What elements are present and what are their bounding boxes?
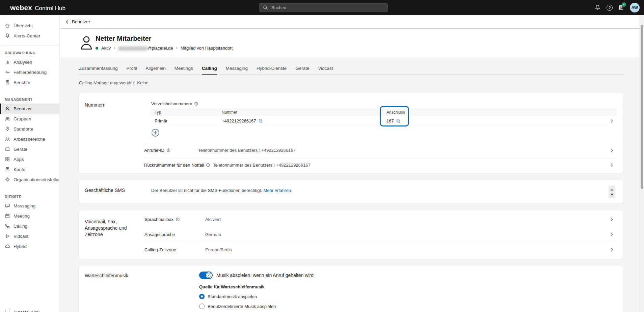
sidebar-item-benutzer[interactable]: Benutzer	[0, 104, 59, 114]
sidebar-item-alerts-center[interactable]: Alerts-Center	[0, 31, 59, 41]
sidebar-item-label: Alerts-Center	[14, 33, 41, 38]
sidebar-item-label: Benutzer	[14, 106, 32, 111]
sidebar-item-label: Calling	[14, 224, 27, 229]
announcement-language-row[interactable]: Ansagesprache German	[144, 227, 616, 242]
sidebar-item-apps[interactable]: Apps	[0, 154, 59, 164]
meta-separator: •	[176, 46, 177, 51]
sidebar-item-geraete[interactable]: Geräte	[0, 144, 59, 154]
chevron-right-icon	[609, 163, 616, 168]
sidebar-item-konto[interactable]: Konto	[0, 164, 59, 174]
sidebar-item-berichte[interactable]: Berichte	[0, 77, 59, 87]
sidebar-item-meeting[interactable]: Meeting	[0, 211, 59, 221]
custom-music-option[interactable]: Benutzerdefinierte Musik abspielen	[199, 304, 314, 309]
toggle-check-icon	[207, 273, 211, 278]
sidebar-item-vidcast[interactable]: Vidcast	[0, 231, 59, 241]
sidebar-divider	[0, 92, 59, 92]
tab-profil[interactable]: Profil	[127, 66, 137, 74]
emergency-callback-value: Telefonnummer des Benutzers : +492212926…	[213, 163, 311, 168]
sidebar-item-label: Standorte	[14, 126, 33, 132]
phone-device-icon	[5, 309, 10, 312]
sidebar-item-analysen[interactable]: Analysen	[0, 57, 59, 67]
sidebar-item-calling[interactable]: Calling	[0, 221, 59, 231]
tab-zusammenfassung[interactable]: Zusammenfassung	[79, 66, 118, 74]
tab-allgemein[interactable]: Allgemein	[146, 66, 166, 74]
spinner-up-arrow-icon[interactable]	[610, 189, 614, 191]
default-music-option[interactable]: Standardmusik abspielen	[199, 294, 314, 299]
info-icon[interactable]	[194, 102, 198, 106]
radio-unselected-icon[interactable]	[199, 304, 205, 309]
global-search	[259, 3, 388, 12]
workspace-people-icon	[5, 136, 10, 142]
search-icon	[263, 5, 268, 10]
sidebar-item-gruppen[interactable]: Gruppen	[0, 114, 59, 124]
tab-geraete[interactable]: Geräte	[295, 66, 309, 74]
sms-message-text: Der Benutzer ist nicht für die SMS-Funkt…	[151, 188, 262, 193]
spinner-down-arrow-icon[interactable]	[610, 194, 614, 196]
sidebar-item-hybrid[interactable]: Hybrid	[0, 241, 59, 251]
numbers-card: Nummern Verzeichnisnummern Typ Nummer An…	[79, 93, 623, 173]
email-domain: @placetel.de	[147, 46, 173, 51]
sidebar-item-uebersicht[interactable]: Übersicht	[0, 21, 59, 31]
sidebar-item-label: Übersicht	[14, 23, 33, 28]
table-row-primary-number[interactable]: Primär +4922129266167 167	[151, 116, 616, 126]
location-pin-icon	[5, 126, 10, 132]
calling-template-value: Keine	[137, 80, 148, 85]
sidebar-item-organisationseinstellungen[interactable]: Organisationseinstellun...	[0, 174, 59, 185]
emergency-callback-row[interactable]: Rückrufnummer für den Notfall Telefonnum…	[144, 157, 616, 173]
sidebar-item-label: Apps	[14, 157, 24, 162]
tab-calling[interactable]: Calling	[202, 66, 217, 75]
music-on-hold-card: Warteschleifenmusik Musik abspielen, wen…	[79, 266, 623, 312]
calendar-icon	[5, 213, 10, 219]
report-document-icon	[5, 80, 10, 85]
tab-meetings[interactable]: Meetings	[175, 66, 193, 74]
scrollbar-thumb[interactable]	[641, 25, 643, 189]
search-input[interactable]	[259, 3, 388, 12]
moh-card-title: Warteschleifenmusik	[85, 273, 128, 278]
copy-icon[interactable]	[396, 119, 401, 123]
gear-icon	[5, 177, 10, 182]
apps-grid-icon	[5, 157, 10, 162]
calling-timezone-value: Europe/Berlin	[205, 247, 232, 252]
breadcrumb-back[interactable]: Benutzer	[65, 19, 90, 24]
voicemail-row[interactable]: Sprachmailbox Aktiviert	[144, 212, 616, 227]
chevron-right-icon	[609, 118, 616, 123]
info-icon[interactable]	[206, 163, 210, 167]
calling-timezone-label: Calling-Zeitzone	[144, 247, 176, 252]
calling-template-line: Calling-Vorlage angewendet: Keine	[79, 80, 623, 85]
product-name: Control Hub	[35, 5, 65, 12]
bar-chart-icon	[5, 59, 10, 65]
info-icon[interactable]	[176, 217, 180, 222]
copy-icon[interactable]	[258, 119, 263, 123]
add-number-button[interactable]	[151, 129, 160, 137]
tab-hybrid-dienste[interactable]: Hybrid-Dienste	[257, 66, 287, 74]
cloud-icon	[5, 244, 10, 249]
sidebar-item-label: Organisationseinstellun...	[14, 177, 59, 182]
sidebar-item-messaging[interactable]: Messaging	[0, 201, 59, 211]
user-avatar[interactable]: AW	[630, 3, 640, 12]
voicemail-card: Voicemail, Fax, Ansagesprache und Zeitzo…	[79, 210, 623, 259]
info-icon[interactable]	[166, 148, 171, 152]
sidebar-section-ueberwachung: ÜBERWACHUNG	[0, 48, 59, 57]
status-dot	[96, 47, 98, 50]
music-on-hold-toggle[interactable]	[199, 272, 213, 279]
help-icon[interactable]	[607, 5, 613, 11]
user-membership: Mitglied von Hauptstandort	[181, 46, 233, 51]
sidebar-item-fehlerbehebung[interactable]: Fehlerbehebung	[0, 67, 59, 77]
chevron-right-icon	[609, 148, 616, 153]
tab-vidcast[interactable]: Vidcast	[318, 66, 333, 74]
sidebar-item-arbeitsbereiche[interactable]: Arbeitsbereiche	[0, 134, 59, 144]
meta-separator: •	[114, 46, 115, 51]
tab-messaging[interactable]: Messaging	[226, 66, 248, 74]
sms-card-title: Geschäftliche SMS	[85, 188, 125, 193]
caller-id-row[interactable]: Anrufer-ID Telefonnummer des Benutzers :…	[144, 143, 616, 157]
radio-selected-icon[interactable]	[199, 294, 205, 299]
notifications-bell-icon[interactable]	[594, 4, 601, 11]
tasks-complete-badge	[622, 2, 626, 7]
directory-numbers-label: Verzeichnisnummern	[151, 101, 192, 106]
sidebar-item-standorte[interactable]: Standorte	[0, 124, 59, 134]
tasks-icon[interactable]	[618, 4, 624, 11]
calling-timezone-row[interactable]: Calling-Zeitzone Europe/Berlin	[144, 242, 616, 257]
learn-more-link[interactable]: Mehr erfahren.	[263, 188, 292, 193]
sidebar-item-label: Konto	[14, 167, 25, 172]
sidebar-item-placetel-alex[interactable]: Placetel Alex	[0, 307, 59, 312]
